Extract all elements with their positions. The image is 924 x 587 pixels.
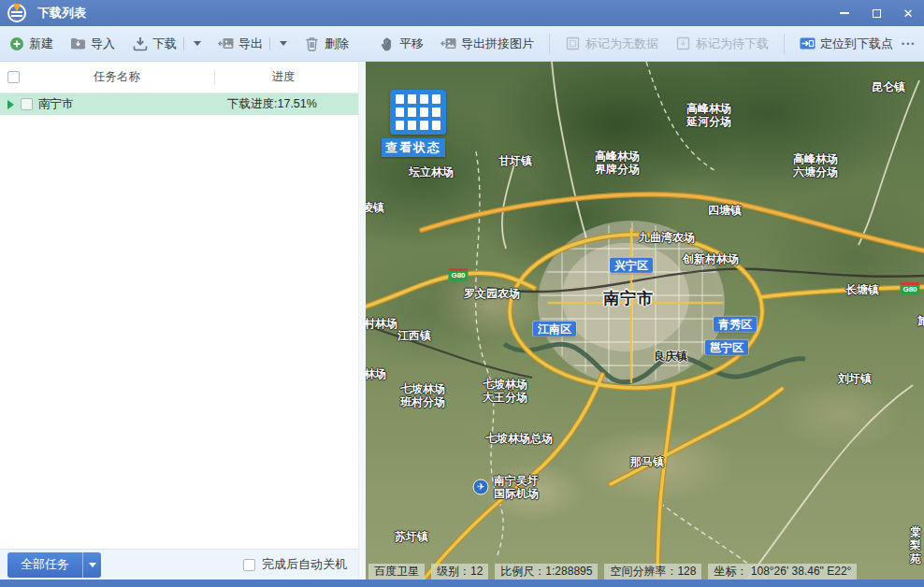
map-level-label: 级别：12 xyxy=(431,564,488,580)
maximize-icon[interactable] xyxy=(860,0,892,26)
auto-shutdown-label: 完成后自动关机 xyxy=(262,556,347,573)
plus-circle-icon xyxy=(8,36,24,51)
view-status-grid-button[interactable] xyxy=(390,90,446,135)
pan-label: 平移 xyxy=(399,36,424,52)
map-view[interactable]: 查看状态 ✈ 棠梨苑那马镇苏圩镇南宁吴圩 国际机场七坡林场总场七坡林场 大王分场… xyxy=(366,62,924,580)
mark-nodata-label: 标记为无数据 xyxy=(585,36,658,52)
toolbar: 新建 导入 下载 导出 删除 xyxy=(0,26,924,62)
new-task-button[interactable]: 新建 xyxy=(1,31,61,57)
download-icon xyxy=(132,36,148,51)
mark-pending-icon xyxy=(675,36,691,51)
app-logo-icon xyxy=(7,4,26,22)
titlebar: 下载列表 ✕ xyxy=(0,0,924,26)
task-panel: 任务名称 进度 南宁市 下载进度:17.51% 全部任务 完成后自动关机 xyxy=(0,62,366,580)
export-dropdown-icon[interactable] xyxy=(280,41,287,46)
pan-button[interactable]: 平移 xyxy=(371,31,431,57)
pan-hand-icon xyxy=(379,36,395,51)
column-progress: 进度 xyxy=(215,69,352,85)
import-label: 导入 xyxy=(91,36,115,52)
task-row[interactable]: 南宁市 下载进度:17.51% xyxy=(0,93,366,115)
import-button[interactable]: 导入 xyxy=(63,31,123,57)
all-tasks-button[interactable]: 全部任务 xyxy=(7,552,101,578)
close-icon[interactable]: ✕ xyxy=(892,0,924,26)
task-progress: 下载进度:17.51% xyxy=(227,96,366,112)
locate-point-icon xyxy=(800,36,816,51)
mark-pending-button[interactable]: 标记为待下载 xyxy=(668,31,776,57)
new-task-label: 新建 xyxy=(29,36,53,52)
minimize-icon[interactable] xyxy=(829,0,860,26)
delete-label: 删除 xyxy=(325,36,349,52)
task-panel-footer: 全部任务 完成后自动关机 xyxy=(0,549,358,580)
expand-icon[interactable] xyxy=(7,100,14,109)
task-name: 南宁市 xyxy=(38,96,227,112)
map-coords-label: 坐标： 108°26' 38.46" E22° xyxy=(708,564,857,580)
select-all-checkbox[interactable] xyxy=(7,71,20,83)
window-title: 下载列表 xyxy=(37,5,86,21)
map-resolution-label: 空间分辨率：128 xyxy=(604,564,701,580)
stitch-image-icon xyxy=(440,36,456,51)
auto-shutdown-checkbox[interactable] xyxy=(243,559,255,571)
map-roads-layer xyxy=(366,62,924,580)
column-task-name: 任务名称 xyxy=(20,69,214,85)
mark-pending-label: 标记为待下载 xyxy=(696,36,769,52)
export-image-icon xyxy=(218,36,234,51)
all-tasks-label: 全部任务 xyxy=(7,556,82,573)
airport-icon: ✈ xyxy=(473,480,489,495)
mark-nodata-button[interactable]: 标记为无数据 xyxy=(557,31,666,57)
export-label: 导出 xyxy=(238,36,263,52)
all-tasks-dropdown-icon[interactable] xyxy=(82,552,101,578)
toolbar-overflow-button[interactable]: ••• xyxy=(902,39,916,49)
map-source-label: 百度卫星 xyxy=(368,564,425,580)
download-dropdown-icon[interactable] xyxy=(194,41,201,46)
task-panel-scrollbar[interactable] xyxy=(358,62,366,580)
export-stitched-button[interactable]: 导出拼接图片 xyxy=(433,31,541,57)
delete-button[interactable]: 删除 xyxy=(296,31,356,57)
locate-download-point-button[interactable]: 定位到下载点 xyxy=(792,31,901,57)
window-controls: ✕ xyxy=(829,0,924,26)
window-bottom-border xyxy=(0,580,924,587)
download-label: 下载 xyxy=(152,36,177,52)
locate-download-point-label: 定位到下载点 xyxy=(820,36,893,52)
view-status-label[interactable]: 查看状态 xyxy=(382,138,445,157)
map-scale-label: 比例尺：1:288895 xyxy=(495,564,598,580)
task-table-header: 任务名称 进度 xyxy=(0,62,366,93)
app-window: 下载列表 ✕ 新建 导入 下载 xyxy=(0,0,924,587)
download-button[interactable]: 下载 xyxy=(124,31,209,57)
map-statusbar: 百度卫星 级别：12 比例尺：1:288895 空间分辨率：128 坐标： 10… xyxy=(366,564,924,580)
trash-icon xyxy=(304,36,320,51)
task-checkbox[interactable] xyxy=(21,98,33,110)
export-stitched-label: 导出拼接图片 xyxy=(461,36,534,52)
export-button[interactable]: 导出 xyxy=(210,31,295,57)
import-folder-icon xyxy=(70,36,86,51)
mark-nodata-icon xyxy=(565,36,581,51)
